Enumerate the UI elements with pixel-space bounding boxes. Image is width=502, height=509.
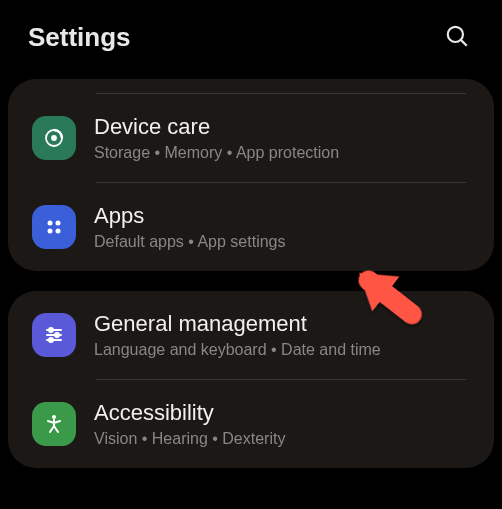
- item-apps[interactable]: Apps Default apps • App settings: [8, 183, 494, 271]
- svg-point-4: [48, 221, 53, 226]
- item-subtitle: Storage • Memory • App protection: [94, 144, 339, 162]
- svg-point-6: [48, 229, 53, 234]
- svg-point-14: [52, 415, 56, 419]
- page-title: Settings: [28, 22, 131, 53]
- search-icon[interactable]: [444, 23, 470, 53]
- device-care-icon: [32, 116, 76, 160]
- svg-point-3: [52, 136, 56, 140]
- header: Settings: [0, 0, 502, 71]
- item-subtitle: Language and keyboard • Date and time: [94, 341, 381, 359]
- item-title: Device care: [94, 114, 339, 140]
- accessibility-icon: [32, 402, 76, 446]
- item-text: Apps Default apps • App settings: [94, 203, 286, 251]
- apps-icon: [32, 205, 76, 249]
- svg-point-11: [49, 328, 53, 332]
- svg-point-0: [448, 26, 463, 41]
- item-device-care[interactable]: Device care Storage • Memory • App prote…: [8, 94, 494, 182]
- svg-point-5: [56, 221, 61, 226]
- general-mgmt-icon: [32, 313, 76, 357]
- svg-line-1: [461, 40, 467, 46]
- item-text: Device care Storage • Memory • App prote…: [94, 114, 339, 162]
- svg-point-13: [49, 338, 53, 342]
- item-accessibility[interactable]: Accessibility Vision • Hearing • Dexteri…: [8, 380, 494, 468]
- item-title: General management: [94, 311, 381, 337]
- settings-group-2: General management Language and keyboard…: [8, 291, 494, 468]
- item-subtitle: Vision • Hearing • Dexterity: [94, 430, 285, 448]
- item-subtitle: Default apps • App settings: [94, 233, 286, 251]
- item-text: Accessibility Vision • Hearing • Dexteri…: [94, 400, 285, 448]
- item-text: General management Language and keyboard…: [94, 311, 381, 359]
- item-title: Accessibility: [94, 400, 285, 426]
- settings-group-1: Device care Storage • Memory • App prote…: [8, 79, 494, 271]
- item-general-management[interactable]: General management Language and keyboard…: [8, 291, 494, 379]
- svg-point-7: [56, 229, 61, 234]
- item-title: Apps: [94, 203, 286, 229]
- svg-point-12: [55, 333, 59, 337]
